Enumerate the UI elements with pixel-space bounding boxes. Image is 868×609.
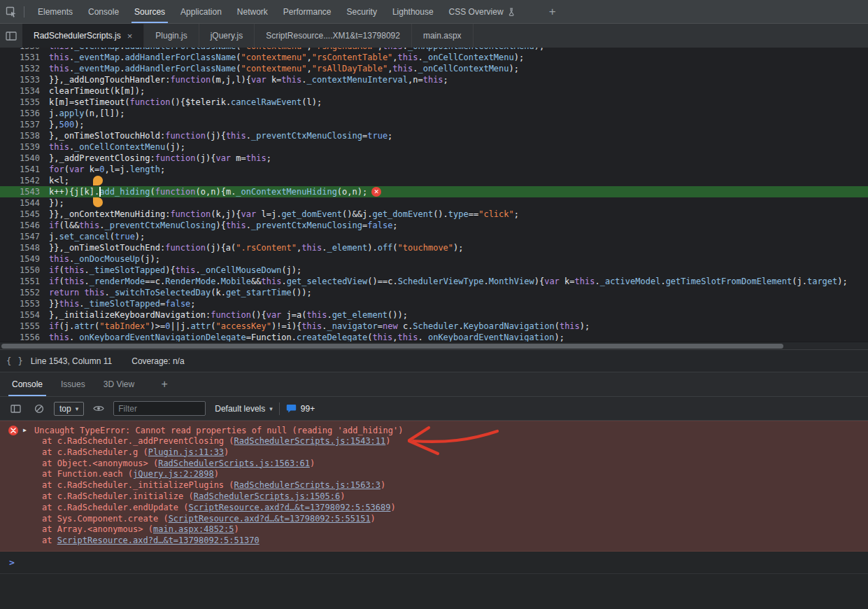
tab-css-overview[interactable]: CSS Overview	[441, 0, 524, 23]
line-number[interactable]: 1532	[0, 63, 49, 74]
code-text[interactable]: }}this._timeSlotTapped=false;	[49, 298, 196, 309]
code-text[interactable]: k<l;	[49, 175, 69, 186]
line-number[interactable]: 1539	[0, 141, 49, 153]
file-tab-radschedulerscripts-js[interactable]: RadSchedulerScripts.js×	[22, 24, 144, 48]
line-number[interactable]: 1535	[0, 97, 49, 108]
clear-console-icon[interactable]	[31, 404, 48, 414]
code-text[interactable]: this._onKeyboardEventNavigationDelegate=…	[49, 332, 564, 342]
line-number[interactable]: 1551	[0, 276, 49, 287]
code-text[interactable]: });	[49, 197, 64, 209]
stack-link[interactable]: RadSchedulerScripts.js:1505:6	[194, 491, 341, 501]
scrollbar-thumb[interactable]	[1, 344, 783, 349]
pretty-print-icon[interactable]: { }	[6, 356, 24, 366]
code-text[interactable]: j.set_cancel(true);	[49, 231, 145, 242]
close-tab-icon[interactable]: ×	[127, 31, 133, 41]
horizontal-scrollbar[interactable]	[0, 342, 868, 349]
line-number[interactable]: 1549	[0, 253, 49, 265]
line-number[interactable]: 1537	[0, 119, 49, 130]
stack-frame: at c.RadScheduler._addPreventClosing (Ra…	[0, 436, 868, 447]
line-number[interactable]: 1546	[0, 220, 49, 231]
tab-elements[interactable]: Elements	[30, 0, 80, 23]
tab-security[interactable]: Security	[339, 0, 385, 23]
line-number[interactable]: 1543	[0, 186, 49, 197]
selection-handle-bottom[interactable]	[93, 197, 103, 207]
console-prompt[interactable]: >	[0, 552, 868, 574]
code-text[interactable]: if(j.attr("tabIndex")>=0||j.attr("access…	[49, 321, 590, 332]
toggle-navigator-icon[interactable]	[0, 24, 22, 48]
code-text[interactable]: j.apply(n,[l]);	[49, 108, 124, 119]
add-panel-button[interactable]: +	[542, 0, 563, 23]
line-number[interactable]: 1548	[0, 242, 49, 253]
line-number[interactable]: 1538	[0, 130, 49, 141]
stack-link[interactable]: RadSchedulerScripts.js:1563:61	[158, 458, 310, 468]
file-tab-main-aspx[interactable]: main.aspx	[412, 24, 474, 48]
code-text[interactable]: this._onCellContextMenu(j);	[49, 141, 185, 153]
stack-link[interactable]: main.aspx:4852:5	[153, 524, 234, 534]
line-number[interactable]: 1541	[0, 164, 49, 175]
code-text[interactable]: }},_addLongTouchHandler:function(m,j,l){…	[49, 74, 448, 85]
code-text[interactable]: this._onDocMouseUp(j);	[49, 253, 160, 265]
tab-console[interactable]: Console	[80, 0, 127, 23]
line-number[interactable]: 1550	[0, 265, 49, 276]
drawer-tab-issues[interactable]: Issues	[52, 372, 94, 396]
file-tab-jquery-js[interactable]: jQuery.js	[199, 24, 255, 48]
code-text[interactable]: return this._switchToSelectedDay(k.get_s…	[49, 287, 312, 298]
code-editor[interactable]: 1530this._eventMap.addHandlerForClassNam…	[0, 48, 868, 342]
line-number[interactable]: 1531	[0, 52, 49, 63]
code-text[interactable]: }},_onContextMenuHiding:function(k,j){va…	[49, 209, 519, 220]
drawer-tab-3d-view[interactable]: 3D View	[94, 372, 143, 396]
add-drawer-tab-button[interactable]: +	[155, 372, 174, 396]
selection-handle-top[interactable]	[93, 176, 103, 186]
code-text[interactable]: },_addPreventClosing:function(j){var m=t…	[49, 153, 271, 164]
line-number[interactable]: 1547	[0, 231, 49, 242]
stack-link[interactable]: ScriptResource.axd?d…&t=13798092:5:51370	[57, 536, 259, 545]
stack-link[interactable]: jQuery.js:2:2898	[133, 469, 214, 479]
log-levels-dropdown[interactable]: Default levels ▾	[215, 404, 273, 414]
context-selector[interactable]: top ▾	[54, 402, 84, 416]
line-number[interactable]: 1554	[0, 309, 49, 321]
line-number[interactable]: 1556	[0, 332, 49, 342]
code-text[interactable]: k++){j[k].add_hiding(function(o,n){m._on…	[49, 186, 367, 197]
tab-lighthouse[interactable]: Lighthouse	[385, 0, 441, 23]
code-text[interactable]: for(var k=0,l=j.length;	[49, 164, 165, 175]
tab-performance[interactable]: Performance	[276, 0, 339, 23]
tab-network[interactable]: Network	[229, 0, 276, 23]
stack-link[interactable]: ScriptResource.axd?d…&t=13798092:5:53689	[189, 503, 391, 512]
line-number[interactable]: 1542	[0, 175, 49, 186]
line-number[interactable]: 1533	[0, 74, 49, 85]
stack-link[interactable]: RadSchedulerScripts.js:1563:3	[234, 480, 381, 490]
drawer-tab-console[interactable]: Console	[3, 372, 52, 396]
line-number[interactable]: 1545	[0, 209, 49, 220]
file-tab-scriptresource-xm1-t-13798092[interactable]: ScriptResource....XM1&t=13798092	[255, 24, 412, 48]
stack-link[interactable]: ScriptResource.axd?d…&t=13798092:5:55151	[169, 514, 371, 524]
line-number[interactable]: 1553	[0, 298, 49, 309]
inspect-element-icon[interactable]	[0, 0, 22, 23]
line-number[interactable]: 1544	[0, 197, 49, 209]
code-text[interactable]: if(this._timeSlotTapped){this._onCellMou…	[49, 265, 301, 276]
expand-triangle-icon[interactable]: ▶	[23, 425, 29, 436]
line-number[interactable]: 1536	[0, 108, 49, 119]
line-number[interactable]: 1555	[0, 321, 49, 332]
code-text[interactable]: },_initializeKeyboardNavigation:function…	[49, 309, 408, 321]
code-text[interactable]: }},_onTimeSlotTouchEnd:function(j){a(".r…	[49, 242, 464, 253]
code-text[interactable]: if(l&&this._preventCtxMenuClosing){this.…	[49, 220, 398, 231]
live-expression-eye-icon[interactable]	[90, 405, 107, 412]
file-tab-plugin-js[interactable]: Plugin.js	[144, 24, 199, 48]
issues-counter[interactable]: 99+	[286, 404, 315, 414]
console-filter-input[interactable]	[113, 401, 206, 416]
code-text[interactable]: },_onTimeSlotTouchHold:function(j){this.…	[49, 130, 392, 141]
tab-sources[interactable]: Sources	[127, 0, 173, 23]
line-number[interactable]: 1552	[0, 287, 49, 298]
line-number[interactable]: 1534	[0, 85, 49, 97]
stack-link[interactable]: RadSchedulerScripts.js:1543:11	[234, 436, 386, 446]
stack-link[interactable]: Plugin.js:11:33	[148, 447, 224, 457]
code-text[interactable]: if(this._renderMode==c.RenderMode.Mobile…	[49, 276, 848, 287]
console-sidebar-icon[interactable]	[6, 405, 24, 413]
code-text[interactable]: },500);	[49, 119, 85, 130]
tab-application[interactable]: Application	[173, 0, 229, 23]
code-text[interactable]: this._eventMap.addHandlerForClassName("c…	[49, 52, 524, 63]
code-text[interactable]: clearTimeout(k[m]);	[49, 85, 145, 97]
line-number[interactable]: 1540	[0, 153, 49, 164]
code-text[interactable]: k[m]=setTimeout(function(){$telerik.canc…	[49, 97, 322, 108]
code-text[interactable]: this._eventMap.addHandlerForClassName("c…	[49, 63, 519, 74]
